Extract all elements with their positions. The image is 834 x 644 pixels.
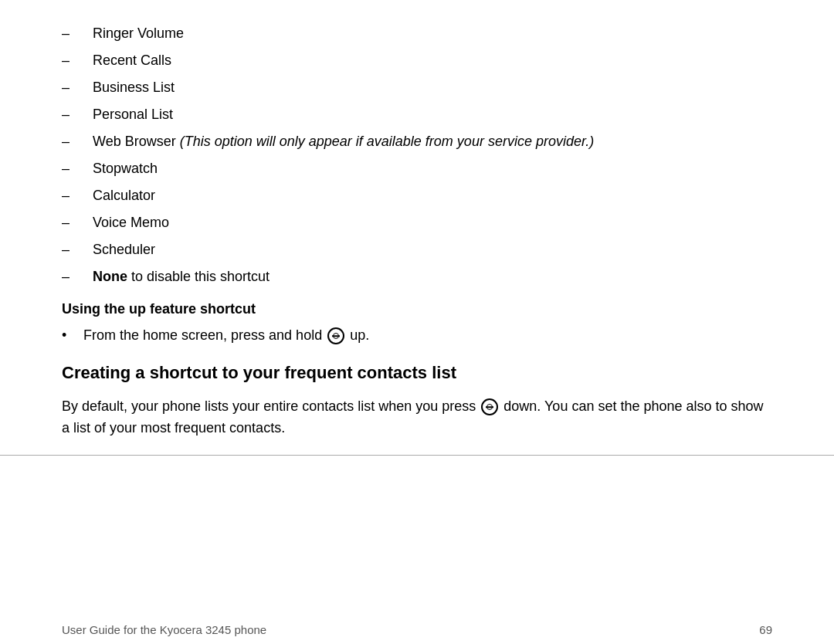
section-heading-up-shortcut: Using the up feature shortcut (62, 301, 772, 317)
none-bold: None (93, 269, 127, 284)
up-shortcut-text: From the home screen, press and hold up. (83, 325, 772, 346)
footer-page-number: 69 (759, 623, 772, 636)
nav-button-icon (327, 327, 344, 344)
up-shortcut-end: up. (350, 327, 369, 343)
list-item-personal-list: – Personal List (62, 104, 772, 125)
nav-button-icon-2 (481, 398, 498, 415)
dash-icon: – (62, 158, 93, 179)
web-browser-label: Web Browser (93, 134, 180, 149)
dash-icon: – (62, 23, 93, 44)
list-item-up-shortcut: • From the home screen, press and hold u… (62, 325, 772, 346)
item-text-ringer-volume: Ringer Volume (93, 23, 772, 44)
paragraph-main: By default, your phone lists your entire… (62, 398, 476, 414)
list-item-ringer-volume: – Ringer Volume (62, 23, 772, 44)
item-text-voice-memo: Voice Memo (93, 212, 772, 233)
item-text-none: None to disable this shortcut (93, 266, 772, 287)
dash-icon: – (62, 77, 93, 98)
dash-icon: – (62, 104, 93, 125)
list-item-recent-calls: – Recent Calls (62, 50, 772, 71)
dash-icon: – (62, 185, 93, 206)
list-item-none-disable: – None to disable this shortcut (62, 266, 772, 287)
dash-icon: – (62, 50, 93, 71)
item-text-business-list: Business List (93, 77, 772, 98)
list-item-voice-memo: – Voice Memo (62, 212, 772, 233)
item-text-personal-list: Personal List (93, 104, 772, 125)
up-shortcut-main: From the home screen, press and hold (83, 327, 322, 343)
dash-icon: – (62, 239, 93, 260)
list-item-web-browser: – Web Browser (This option will only app… (62, 131, 772, 152)
list-item-scheduler: – Scheduler (62, 239, 772, 260)
item-text-stopwatch: Stopwatch (93, 158, 772, 179)
item-text-scheduler: Scheduler (93, 239, 772, 260)
item-text-calculator: Calculator (93, 185, 772, 206)
bullet-list: – Ringer Volume – Recent Calls – Busines… (62, 23, 772, 287)
bullet-point-list: • From the home screen, press and hold u… (62, 325, 772, 346)
footer-left-text: User Guide for the Kyocera 3245 phone (62, 623, 266, 636)
dash-icon: – (62, 131, 93, 152)
page-content: – Ringer Volume – Recent Calls – Busines… (0, 0, 834, 439)
list-item-calculator: – Calculator (62, 185, 772, 206)
dot-icon: • (62, 325, 83, 346)
list-item-stopwatch: – Stopwatch (62, 158, 772, 179)
footer-divider (0, 455, 834, 456)
dash-icon: – (62, 212, 93, 233)
section-h2-contacts: Creating a shortcut to your frequent con… (62, 361, 772, 385)
none-rest: to disable this shortcut (127, 269, 270, 284)
dash-icon: – (62, 266, 93, 287)
footer-bar: User Guide for the Kyocera 3245 phone 69 (0, 615, 834, 644)
web-browser-note: (This option will only appear if availab… (180, 134, 595, 149)
item-text-web-browser: Web Browser (This option will only appea… (93, 131, 772, 152)
item-text-recent-calls: Recent Calls (93, 50, 772, 71)
body-paragraph-contacts: By default, your phone lists your entire… (62, 396, 772, 439)
list-item-business-list: – Business List (62, 77, 772, 98)
